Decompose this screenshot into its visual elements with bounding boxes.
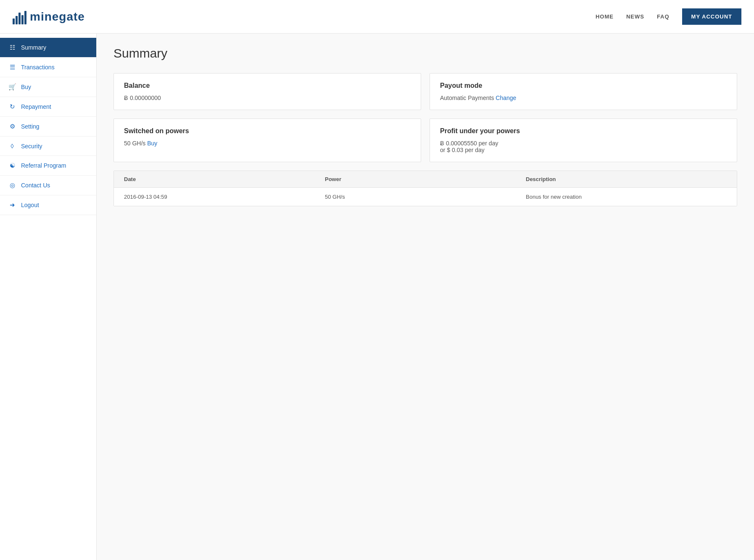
powers-card-title: Switched on powers xyxy=(124,127,411,135)
bar1 xyxy=(13,18,15,24)
payout-mode-text: Automatic Payments xyxy=(440,95,494,101)
sidebar-item-repayment[interactable]: ↻ Repayment xyxy=(0,97,96,117)
powers-table: Date Power Description 2016-09-13 04:59 … xyxy=(113,171,737,206)
referral-icon: ☯ xyxy=(8,162,16,169)
balance-card: Balance Ƀ 0.00000000 xyxy=(113,73,421,110)
col-date: Date xyxy=(124,176,325,182)
header: minegate HOME NEWS FAQ MY ACCOUNT xyxy=(0,0,754,34)
globe-icon: ◎ xyxy=(8,181,16,189)
sidebar-label-contact: Contact Us xyxy=(21,182,50,189)
bar2 xyxy=(16,16,18,24)
sidebar-item-referral[interactable]: ☯ Referral Program xyxy=(0,156,96,176)
logo-icon xyxy=(13,9,26,24)
bar3 xyxy=(18,13,21,24)
cell-power: 50 GH/s xyxy=(325,194,526,200)
sidebar-label-transactions: Transactions xyxy=(21,64,55,71)
balance-amount: 0.00000000 xyxy=(130,95,161,101)
sidebar-item-contact[interactable]: ◎ Contact Us xyxy=(0,176,96,195)
profit-card: Profit under your powers Ƀ 0.00005550 pe… xyxy=(430,118,737,162)
top-nav: HOME NEWS FAQ MY ACCOUNT xyxy=(596,8,741,25)
sidebar-label-repayment: Repayment xyxy=(21,103,51,110)
sidebar-label-buy: Buy xyxy=(21,84,31,90)
undo-icon: ↻ xyxy=(8,103,16,110)
sidebar-item-transactions[interactable]: ☰ Transactions xyxy=(0,58,96,77)
shield-icon: ◊ xyxy=(8,142,16,150)
sidebar-item-summary[interactable]: ☷ Summary xyxy=(0,38,96,58)
powers-buy-link[interactable]: Buy xyxy=(147,140,157,147)
profit-card-title: Profit under your powers xyxy=(440,127,727,135)
cart-icon: 🛒 xyxy=(8,83,16,91)
sidebar: ☷ Summary ☰ Transactions 🛒 Buy ↻ Repayme… xyxy=(0,34,97,560)
page-wrapper: ☷ Summary ☰ Transactions 🛒 Buy ↻ Repayme… xyxy=(0,34,754,560)
balance-card-title: Balance xyxy=(124,82,411,89)
table-row: 2016-09-13 04:59 50 GH/s Bonus for new c… xyxy=(114,188,737,206)
grid-icon: ☷ xyxy=(8,44,16,51)
nav-home[interactable]: HOME xyxy=(596,13,614,20)
nav-faq[interactable]: FAQ xyxy=(657,13,670,20)
sidebar-label-logout: Logout xyxy=(21,202,39,208)
col-description: Description xyxy=(526,176,727,182)
logout-icon: ➜ xyxy=(8,201,16,209)
payout-card-title: Payout mode xyxy=(440,82,727,89)
sidebar-label-setting: Setting xyxy=(21,123,40,130)
profit-card-value: Ƀ 0.00005550 per day or $ 0.03 per day xyxy=(440,140,727,153)
gear-icon: ⚙ xyxy=(8,123,16,130)
bar4 xyxy=(21,15,24,24)
sidebar-item-setting[interactable]: ⚙ Setting xyxy=(0,117,96,137)
sidebar-item-buy[interactable]: 🛒 Buy xyxy=(0,77,96,97)
bar5 xyxy=(24,11,26,24)
payout-card: Payout mode Automatic Payments Change xyxy=(430,73,737,110)
sidebar-label-security: Security xyxy=(21,143,42,150)
list-icon: ☰ xyxy=(8,63,16,71)
sidebar-item-logout[interactable]: ➜ Logout xyxy=(0,195,96,215)
profit-btc: Ƀ 0.00005550 per day xyxy=(440,140,727,147)
page-title: Summary xyxy=(113,46,737,60)
powers-card: Switched on powers 50 GH/s Buy xyxy=(113,118,421,162)
sidebar-label-summary: Summary xyxy=(21,44,46,51)
sidebar-label-referral: Referral Program xyxy=(21,162,66,169)
powers-card-value: 50 GH/s Buy xyxy=(124,140,411,147)
main-content: Summary Balance Ƀ 0.00000000 Payout mode… xyxy=(97,34,754,560)
logo[interactable]: minegate xyxy=(13,9,85,24)
nav-news[interactable]: NEWS xyxy=(626,13,644,20)
powers-amount: 50 GH/s xyxy=(124,140,145,147)
cell-date: 2016-09-13 04:59 xyxy=(124,194,325,200)
cell-description: Bonus for new creation xyxy=(526,194,727,200)
balance-card-value: Ƀ 0.00000000 xyxy=(124,95,411,101)
sidebar-item-security[interactable]: ◊ Security xyxy=(0,137,96,156)
btc-symbol: Ƀ xyxy=(124,95,128,101)
nav-my-account[interactable]: MY ACCOUNT xyxy=(682,8,741,25)
table-header: Date Power Description xyxy=(114,171,737,188)
payout-card-value: Automatic Payments Change xyxy=(440,95,727,101)
logo-text: minegate xyxy=(30,10,85,24)
col-power: Power xyxy=(325,176,526,182)
payout-change-link[interactable]: Change xyxy=(496,95,516,101)
cards-row-1: Balance Ƀ 0.00000000 Payout mode Automat… xyxy=(113,73,737,110)
profit-usd: or $ 0.03 per day xyxy=(440,147,727,153)
cards-row-2: Switched on powers 50 GH/s Buy Profit un… xyxy=(113,118,737,162)
